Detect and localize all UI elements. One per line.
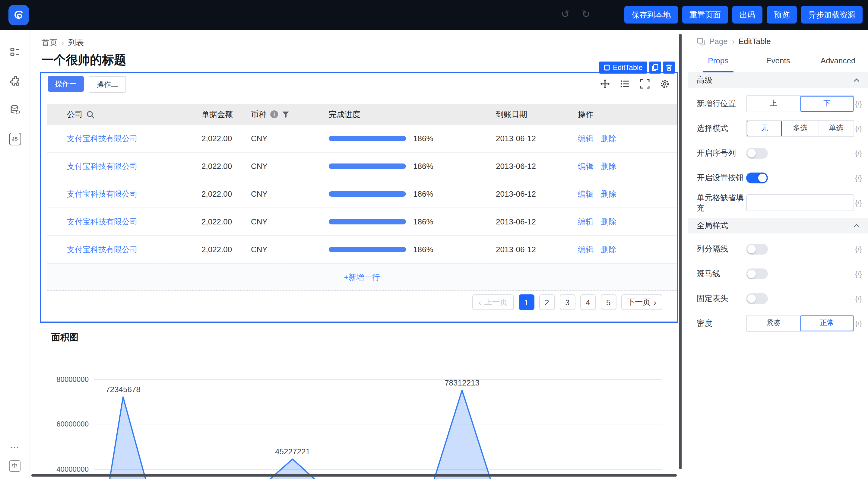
tab-action-one[interactable]: 操作一 xyxy=(48,76,84,92)
bind-variable-icon[interactable]: {/} xyxy=(854,269,862,278)
option-single[interactable]: 单选 xyxy=(818,120,854,136)
fixed-header-toggle[interactable] xyxy=(746,293,768,304)
progress-bar xyxy=(329,163,406,169)
bind-variable-icon[interactable]: {/} xyxy=(854,319,862,327)
reset-page-button[interactable]: 重置页面 xyxy=(682,6,728,24)
column-divider-toggle[interactable] xyxy=(746,243,768,254)
save-local-button[interactable]: 保存到本地 xyxy=(624,6,678,24)
section-global-style[interactable]: 全局样式 xyxy=(688,218,868,234)
tab-action-two[interactable]: 操作二 xyxy=(89,76,126,93)
field-settings-button: 开启设置按钮 {/} xyxy=(697,165,862,190)
bind-variable-icon[interactable]: {/} xyxy=(854,245,862,253)
bind-variable-icon[interactable]: {/} xyxy=(854,198,862,207)
bind-variable-icon[interactable]: {/} xyxy=(854,99,862,108)
export-code-button[interactable]: 出码 xyxy=(732,6,763,24)
pagination-page-1[interactable]: 1 xyxy=(519,294,534,310)
cell-default-fill-input[interactable] xyxy=(746,194,854,211)
app-logo[interactable] xyxy=(8,5,29,25)
pagination-page-2[interactable]: 2 xyxy=(539,294,555,310)
bind-variable-icon[interactable]: {/} xyxy=(854,149,862,157)
filter-icon[interactable] xyxy=(282,111,289,118)
edit-link[interactable]: 编辑 xyxy=(578,216,593,227)
settings-gear-icon[interactable] xyxy=(660,79,670,89)
edit-link[interactable]: 编辑 xyxy=(578,133,593,144)
canvas-vertical-scrollbar[interactable] xyxy=(679,34,682,469)
copy-component-button[interactable] xyxy=(649,62,661,73)
prev-arrow-icon: ‹ xyxy=(478,298,482,307)
company-link[interactable]: 支付宝科技有限公司 xyxy=(67,189,137,198)
preview-button[interactable]: 预览 xyxy=(767,6,797,24)
option-normal[interactable]: 正常 xyxy=(800,315,854,331)
selected-component-badge[interactable]: EditTable xyxy=(599,62,648,73)
component-icon xyxy=(604,64,610,70)
zebra-stripes-toggle[interactable] xyxy=(746,268,768,279)
bind-variable-icon[interactable]: {/} xyxy=(854,174,862,182)
canvas-horizontal-scrollbar[interactable] xyxy=(31,474,677,477)
delete-component-button[interactable] xyxy=(663,62,675,73)
breadcrumb-page[interactable]: Page xyxy=(709,37,728,46)
pagination-prev-button[interactable]: ‹ 上一页 xyxy=(473,294,514,310)
delete-link[interactable]: 删除 xyxy=(601,133,617,144)
pagination-page-3[interactable]: 3 xyxy=(559,294,575,310)
settings-button-toggle[interactable] xyxy=(746,172,768,183)
pagination-page-5[interactable]: 5 xyxy=(600,294,616,310)
option-compact[interactable]: 紧凑 xyxy=(747,315,800,331)
async-load-button[interactable]: 异步加载资源 xyxy=(801,6,863,24)
delete-link[interactable]: 删除 xyxy=(601,188,617,199)
option-multi[interactable]: 多选 xyxy=(782,120,818,136)
option-top[interactable]: 上 xyxy=(747,96,800,111)
company-link[interactable]: 支付宝科技有限公司 xyxy=(67,245,137,254)
tab-events[interactable]: Events xyxy=(748,51,808,72)
section-advanced[interactable]: 高级 xyxy=(688,72,868,88)
tab-advanced[interactable]: Advanced xyxy=(808,51,868,72)
breadcrumb: 首页 › 列表 xyxy=(42,37,84,48)
outline-tree-icon[interactable] xyxy=(9,46,21,58)
edit-link[interactable]: 编辑 xyxy=(578,244,593,255)
density-segmented: 紧凑 正常 xyxy=(746,315,854,331)
component-stack-icon xyxy=(697,37,705,46)
plugins-icon[interactable] xyxy=(9,75,21,87)
add-row-button[interactable]: +新增一行 xyxy=(47,264,677,291)
point-label: 72345678 xyxy=(105,385,141,394)
tab-props[interactable]: Props xyxy=(688,51,748,72)
js-panel-icon[interactable]: JS xyxy=(9,133,21,145)
bind-variable-icon[interactable]: {/} xyxy=(854,294,862,303)
language-switch-icon[interactable]: 中 xyxy=(9,460,21,472)
col-header-date: 到账日期 xyxy=(496,109,578,120)
datasource-icon[interactable] xyxy=(9,104,21,116)
progress-bar xyxy=(329,136,406,141)
amount-cell: 2,022.00 xyxy=(202,189,251,199)
search-icon[interactable] xyxy=(86,110,95,119)
move-icon[interactable] xyxy=(600,79,610,89)
option-bottom[interactable]: 下 xyxy=(800,96,854,111)
pagination-next-button[interactable]: 下一页 › xyxy=(621,294,662,310)
frame-select-icon[interactable] xyxy=(640,79,650,89)
date-cell: 2013-06-12 xyxy=(496,245,578,254)
area-chart: 80000000 60000000 40000000 72345678 4522… xyxy=(54,362,670,479)
column-settings-icon[interactable] xyxy=(620,79,630,89)
delete-link[interactable]: 删除 xyxy=(601,216,617,227)
undo-icon[interactable]: ↺ xyxy=(561,8,570,21)
breadcrumb-home[interactable]: 首页 xyxy=(42,37,57,48)
option-none[interactable]: 无 xyxy=(747,120,782,136)
actions-cell: 编辑 删除 xyxy=(578,244,677,255)
bind-variable-icon[interactable]: {/} xyxy=(854,124,862,132)
company-link[interactable]: 支付宝科技有限公司 xyxy=(67,133,137,143)
edit-link[interactable]: 编辑 xyxy=(578,161,593,172)
chevron-up-icon xyxy=(854,224,860,228)
redo-icon[interactable]: ↻ xyxy=(582,8,591,21)
info-icon[interactable]: i xyxy=(270,111,278,118)
company-link[interactable]: 支付宝科技有限公司 xyxy=(67,161,137,171)
delete-link[interactable]: 删除 xyxy=(601,244,617,255)
company-link[interactable]: 支付宝科技有限公司 xyxy=(67,217,137,226)
more-actions-icon[interactable]: ⋯ xyxy=(10,442,20,453)
pagination-page-4[interactable]: 4 xyxy=(580,294,596,310)
col-actions-label: 操作 xyxy=(578,109,593,120)
left-rail: JS ⋯ 中 xyxy=(0,30,30,479)
index-column-toggle[interactable] xyxy=(746,148,768,158)
date-cell: 2013-06-12 xyxy=(496,189,578,199)
section-title: 全局样式 xyxy=(697,220,728,231)
progress-value: 186% xyxy=(413,217,433,226)
delete-link[interactable]: 删除 xyxy=(601,161,617,172)
edit-link[interactable]: 编辑 xyxy=(578,188,593,199)
